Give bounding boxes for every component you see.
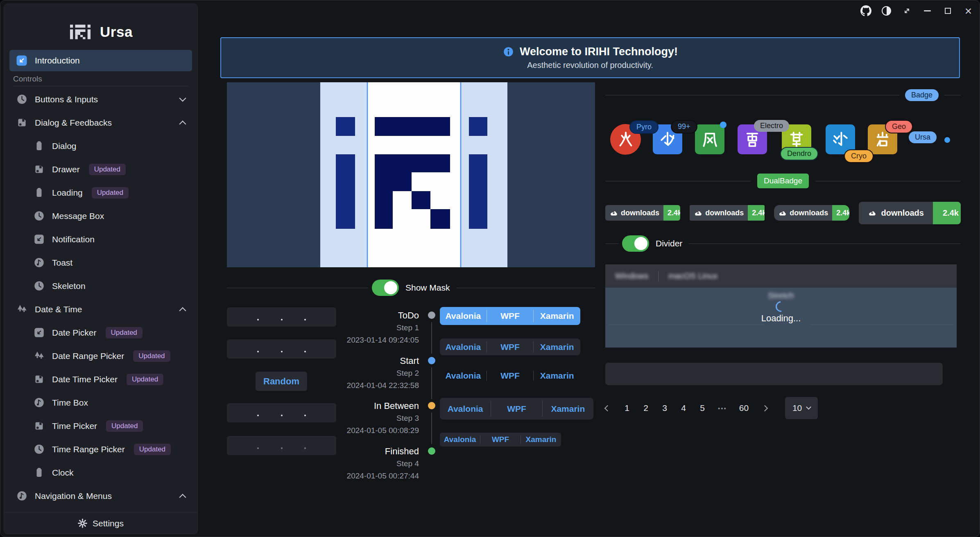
page-60[interactable]: 60 <box>739 403 749 413</box>
theme-toggle-icon[interactable] <box>881 5 892 16</box>
page-3[interactable]: 3 <box>661 403 668 413</box>
maximize-button[interactable] <box>942 5 953 16</box>
show-mask-label: Show Mask <box>405 283 450 293</box>
badge-dendro: Dendro <box>780 147 818 160</box>
page-size-select[interactable]: 10 <box>785 397 818 419</box>
downloads-badge-v3: downloads2.4k <box>774 205 849 221</box>
sidebar-item-buttons-inputs[interactable]: Buttons & Inputs <box>4 88 197 111</box>
sidebar-item-notification[interactable]: Notification <box>4 228 197 251</box>
app-title: Ursa <box>100 24 133 40</box>
badge-section-pill: Badge <box>905 89 939 101</box>
timeline-timestamp: 2023-01-14 09:24:05 <box>288 334 419 346</box>
sidebar-item-introduction[interactable]: Introduction <box>9 50 192 71</box>
divider-line <box>609 325 764 325</box>
sidebar-item-date-time-picker[interactable]: Date Time PickerUpdated <box>4 368 197 391</box>
updated-badge: Updated <box>106 327 143 338</box>
divider-toggle[interactable] <box>622 235 649 252</box>
chevron-down-icon <box>806 404 811 410</box>
sidebar-item-time-picker[interactable]: Time PickerUpdated <box>4 414 197 438</box>
downloads-badge-v2: downloads2.4k <box>690 205 765 221</box>
sidebar-item-skeleton[interactable]: Skeleton <box>4 274 197 298</box>
downloads-count: 2.4k <box>663 205 680 221</box>
clock-icon <box>34 280 45 291</box>
dualbadge-section-header: DualBadge <box>605 173 961 189</box>
button-wpf[interactable]: WPF <box>487 307 534 325</box>
sidebar-item-loading[interactable]: LoadingUpdated <box>4 181 197 204</box>
ellipsis-icon[interactable]: ••• <box>718 405 727 412</box>
minimize-button[interactable] <box>922 5 933 16</box>
sidebar-item-dialog[interactable]: Dialog <box>4 134 197 158</box>
timeline-entry-in-between: In BetweenStep 32024-01-05 00:08:29 <box>288 399 419 437</box>
page-2[interactable]: 2 <box>643 403 649 413</box>
battery-icon <box>34 467 45 478</box>
sidebar-item-date-time[interactable]: Date & Time <box>4 298 197 321</box>
button-xamarin[interactable]: Xamarin <box>534 307 580 325</box>
button-xamarin[interactable]: Xamarin <box>543 398 593 420</box>
sidebar-item-dialog-feedbacks[interactable]: Dialog & Feedbacks <box>4 111 197 134</box>
dot-badge <box>944 137 950 143</box>
sidebar-item-time-box[interactable]: Time Box <box>4 391 197 414</box>
divider-line <box>810 325 953 325</box>
button-wpf[interactable]: WPF <box>487 338 534 355</box>
timeline-entry-start: StartStep 22024-01-04 22:32:58 <box>288 354 419 392</box>
sidebar-item-time-range-picker[interactable]: Time Range PickerUpdated <box>4 438 197 461</box>
arrow-square-icon <box>16 54 28 67</box>
irihi-logo-graphic <box>227 82 595 267</box>
note-icon <box>16 490 27 501</box>
timeline-entry-finished: FinishedStep 42024-01-05 00:27:44 <box>288 445 419 482</box>
sidebar-item-label: Dialog <box>52 141 77 151</box>
button-xamarin[interactable]: Xamarin <box>534 338 580 355</box>
page-1[interactable]: 1 <box>624 403 630 413</box>
button-wpf[interactable]: WPF <box>491 398 542 420</box>
timeline-connector <box>431 368 432 399</box>
github-icon[interactable] <box>860 5 871 16</box>
sidebar-item-date-range-picker[interactable]: Date Range PickerUpdated <box>4 344 197 368</box>
button-wpf[interactable]: WPF <box>487 368 534 384</box>
page-size-value: 10 <box>792 403 802 413</box>
page-5[interactable]: 5 <box>699 403 706 413</box>
tab-macos-linux[interactable]: macOS Linux <box>668 271 717 281</box>
timeline-entry-todo: ToDoStep 12023-01-14 09:24:05 <box>288 309 419 346</box>
sidebar-item-clock[interactable]: Clock <box>4 461 197 484</box>
downloads-label: downloads <box>705 209 744 217</box>
sidebar-item-message-box[interactable]: Message Box <box>4 204 197 228</box>
sidebar-item-label: Time Range Picker <box>52 444 125 454</box>
updated-badge: Updated <box>127 374 163 385</box>
chevron-left-icon[interactable] <box>604 405 611 411</box>
show-mask-toggle[interactable] <box>372 280 399 296</box>
chevron-right-icon[interactable] <box>762 405 768 411</box>
divider-line <box>457 288 595 288</box>
sidebar-item-navigation-menus[interactable]: Navigation & Menus <box>4 484 197 508</box>
titlebar-controls: × <box>860 5 974 16</box>
button-avalonia[interactable]: Avalonia <box>440 398 491 420</box>
timeline-title: ToDo <box>288 309 419 322</box>
sidebar-item-date-picker[interactable]: Date PickerUpdated <box>4 321 197 344</box>
note-icon <box>34 257 45 268</box>
sidebar-item-label: Skeleton <box>52 281 86 291</box>
fullscreen-icon[interactable] <box>901 5 912 16</box>
downloads-label: downloads <box>881 208 924 218</box>
button-avalonia[interactable]: Avalonia <box>440 307 487 325</box>
button-xamarin[interactable]: Xamarin <box>534 368 580 384</box>
button-avalonia[interactable]: Avalonia <box>440 433 480 447</box>
button-xamarin[interactable]: Xamarin <box>521 433 561 447</box>
sidebar-item-toast[interactable]: Toast <box>4 251 197 274</box>
sidebar-item-drawer[interactable]: DrawerUpdated <box>4 158 197 181</box>
timeline-title: In Between <box>288 399 419 412</box>
dot-badge <box>720 122 727 128</box>
close-button[interactable]: × <box>963 5 974 16</box>
downloads-badge-v1: downloads2.4k <box>605 205 680 221</box>
divider-label: Divider <box>656 239 682 248</box>
tabs-loading-panel: Windows macOS Linux Stretch Loading... <box>605 264 957 347</box>
page-4[interactable]: 4 <box>680 403 687 413</box>
badge-tiles: Pyro99+ElectroDendroCryoGeoUrsa <box>605 115 961 168</box>
chevron-up-icon <box>179 494 186 501</box>
sidebar-item-label: Navigation & Menus <box>35 491 112 501</box>
tab-windows[interactable]: Windows <box>615 271 648 281</box>
button-avalonia[interactable]: Avalonia <box>440 338 487 355</box>
button-wpf[interactable]: WPF <box>480 433 521 447</box>
settings-button[interactable]: Settings <box>4 513 197 534</box>
irihi-mark-icon <box>69 22 92 42</box>
button-avalonia[interactable]: Avalonia <box>440 368 487 384</box>
badge-ursa: Ursa <box>909 131 937 143</box>
